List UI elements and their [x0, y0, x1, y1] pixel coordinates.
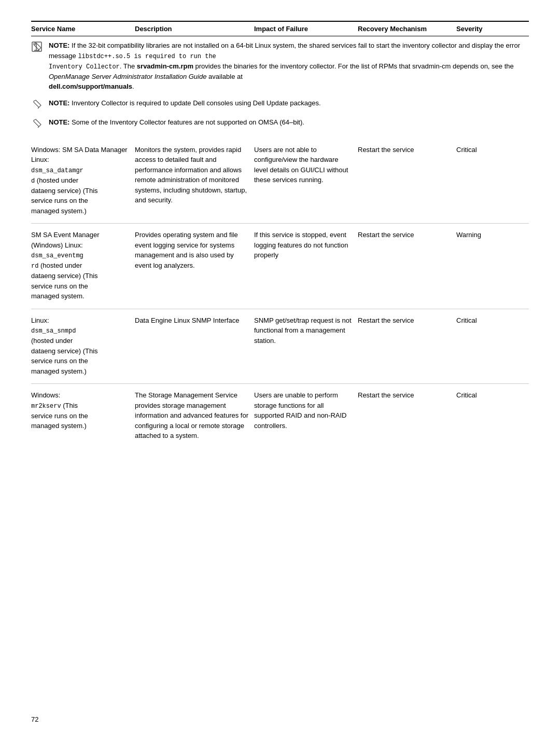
cell-severity-3: Critical: [456, 315, 508, 377]
header-recovery: Recovery Mechanism: [358, 25, 456, 33]
note-row-3: NOTE: Some of the Inventory Collector fe…: [31, 114, 529, 133]
table-row: Windows: mr2kserv (This service runs on …: [31, 385, 529, 446]
note-text-2: NOTE: Inventory Collector is required to…: [49, 98, 529, 108]
cell-severity-2: Warning: [456, 230, 508, 301]
cell-severity-1: Critical: [456, 145, 508, 216]
cell-service-name-4: Windows: mr2kserv (This service runs on …: [31, 390, 135, 441]
cell-impact-2: If this service is stopped, event loggin…: [254, 230, 358, 301]
cell-recovery-4: Restart the service: [358, 390, 456, 441]
notes-section: NOTE: If the 32-bit compatibility librar…: [31, 37, 529, 133]
table-row: SM SA Event Manager (Windows) Linux: dsm…: [31, 225, 529, 307]
note-icon-3: [31, 118, 44, 130]
header-severity: Severity: [456, 25, 508, 33]
cell-description-4: The Storage Management Service provides …: [135, 390, 254, 441]
main-table: Service Name Description Impact of Failu…: [31, 21, 529, 446]
note-row-1: NOTE: If the 32-bit compatibility librar…: [31, 37, 529, 95]
cell-recovery-2: Restart the service: [358, 230, 456, 301]
note-text-1: NOTE: If the 32-bit compatibility librar…: [49, 40, 529, 92]
cell-impact-1: Users are not able to configure/view the…: [254, 145, 358, 216]
table-row: Windows: SM SA Data Manager Linux: dsm_s…: [31, 140, 529, 222]
svg-line-6: [38, 127, 39, 128]
note-text-3: NOTE: Some of the Inventory Collector fe…: [49, 117, 529, 128]
cell-description-2: Provides operating system and file event…: [135, 230, 254, 301]
cell-severity-4: Critical: [456, 390, 508, 441]
table-header-row: Service Name Description Impact of Failu…: [31, 21, 529, 36]
header-impact: Impact of Failure: [254, 25, 358, 33]
cell-recovery-1: Restart the service: [358, 145, 456, 216]
header-description: Description: [135, 25, 254, 33]
cell-service-name-3: Linux: dsm_sa_snmpd (hosted under dataen…: [31, 315, 135, 377]
data-section: Windows: SM SA Data Manager Linux: dsm_s…: [31, 140, 529, 446]
table-row: Linux: dsm_sa_snmpd (hosted under dataen…: [31, 310, 529, 382]
cell-impact-4: Users are unable to perform storage func…: [254, 390, 358, 441]
cell-impact-3: SNMP get/set/trap request is not functio…: [254, 315, 358, 377]
note-row-2: NOTE: Inventory Collector is required to…: [31, 95, 529, 114]
cell-service-name-1: Windows: SM SA Data Manager Linux: dsm_s…: [31, 145, 135, 216]
cell-description-1: Monitors the system, provides rapid acce…: [135, 145, 254, 216]
cell-service-name-2: SM SA Event Manager (Windows) Linux: dsm…: [31, 230, 135, 301]
cell-recovery-3: Restart the service: [358, 315, 456, 377]
page-number: 72: [31, 715, 38, 723]
cell-description-3: Data Engine Linux SNMP Interface: [135, 315, 254, 377]
svg-line-5: [38, 107, 39, 108]
note-icon-2: [31, 99, 44, 111]
header-service-name: Service Name: [31, 25, 135, 33]
note-icon-1: [31, 41, 44, 53]
